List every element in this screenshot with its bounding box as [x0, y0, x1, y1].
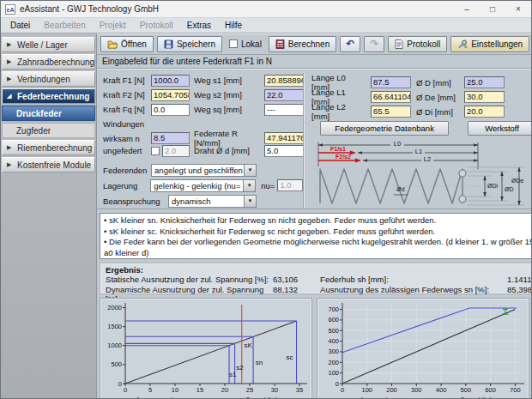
- svg-text:1500: 1500: [107, 323, 122, 330]
- menu-hilfe[interactable]: Hilfe: [219, 20, 248, 31]
- app-icon: eA: [5, 4, 15, 15]
- report-document-icon: [395, 39, 403, 49]
- laenge-l2-field[interactable]: 65.5: [371, 106, 411, 118]
- collapsed-arrow-icon: ▶: [7, 76, 14, 82]
- module-sidebar: ▶ Welle / Lager ▶ Zahnradberechnung ▶ Ve…: [1, 33, 97, 399]
- federgeometrie-datenbank-button[interactable]: Federgeometrie Datenbank: [320, 121, 449, 136]
- svg-text:sK: sK: [245, 342, 253, 349]
- kraft-fq-field[interactable]: 0.0: [151, 104, 190, 116]
- federrate-field[interactable]: 47.941176: [264, 132, 304, 144]
- svg-text:15: 15: [196, 386, 203, 394]
- toolbar: Öffnen Speichern Lokal Berechnen ↶: [97, 33, 532, 55]
- undo-button[interactable]: ↶: [340, 36, 360, 52]
- ungefedert-label: ungefedert: [103, 146, 147, 155]
- diagram-area: 051015202530350500100015002000s1s2sKsnsc…: [97, 294, 532, 399]
- weg-sq-field[interactable]: ---: [264, 104, 304, 116]
- results-title: Ergebnis:: [106, 265, 532, 275]
- beanspruchung-select[interactable]: dynamisch ▼: [168, 195, 257, 208]
- svg-text:300: 300: [411, 386, 422, 394]
- wirksam-n-label: wirksam n: [103, 134, 147, 143]
- lokal-option: Lokal: [226, 39, 265, 49]
- maximize-button[interactable]: □: [480, 1, 505, 18]
- protokoll-button[interactable]: Protokoll: [388, 36, 447, 52]
- durchmesser-d-field[interactable]: 25.0: [464, 76, 505, 88]
- sidebar-item-riemenberechnung[interactable]: ▶ Riemenberechnung: [2, 140, 95, 155]
- kraft-weg-chart[interactable]: 051015202530350500100015002000s1s2sKsnsc…: [100, 298, 312, 399]
- svg-text:200: 200: [386, 386, 397, 394]
- weg-s2-label: Weg s2 [mm]: [194, 90, 260, 100]
- warning-line: Die Feder kann bei der vorliegenden Geom…: [104, 237, 532, 258]
- menu-protokoll: Protokoll: [134, 20, 179, 31]
- kraft-f2-field[interactable]: 1054.70588: [151, 89, 190, 101]
- sidebar-item-zugfeder[interactable]: Zugfeder: [2, 123, 95, 138]
- svg-text:F2/s2: F2/s2: [336, 154, 351, 160]
- weg-sq-label: Weg sq [mm]: [194, 105, 260, 114]
- draht-d-field[interactable]: 5.0: [264, 145, 304, 157]
- calculate-button[interactable]: Berechnen: [269, 36, 336, 52]
- ungefedert-field[interactable]: 2.0: [162, 145, 190, 157]
- durchmesser-di-field[interactable]: 20.0: [464, 106, 505, 118]
- weg-s2-field[interactable]: 22.0: [264, 89, 304, 101]
- svg-text:700: 700: [510, 386, 521, 394]
- kraft-weg-plot[interactable]: 051015202530350500100015002000s1s2sKsnsc: [102, 300, 310, 396]
- menu-bearbeiten: Bearbeiten: [38, 20, 91, 31]
- lokal-checkbox[interactable]: [229, 39, 238, 48]
- weg-s1-label: Weg s1 [mm]: [194, 76, 260, 85]
- goodman-chart[interactable]: 0100200300400500600700010020030040050060…: [317, 298, 529, 399]
- svg-text:500: 500: [461, 386, 472, 394]
- menu-datei[interactable]: Datei: [4, 20, 36, 31]
- goodman-plot[interactable]: 0100200300400500600700010020030040050060…: [319, 300, 527, 396]
- redo-button[interactable]: ↷: [364, 36, 384, 52]
- kraft-f1-field[interactable]: 1000.0: [151, 75, 190, 87]
- federrate-label: Federrate R [N/mm]: [194, 129, 260, 148]
- sidebar-item-federberechnung[interactable]: ◢ Federberechnung: [2, 88, 95, 104]
- minimize-button[interactable]: –: [454, 1, 480, 18]
- weg-s1-field[interactable]: 20.858896: [264, 75, 304, 87]
- werkstoff-button[interactable]: Werkstoff: [468, 121, 532, 136]
- laenge-l1-field[interactable]: 66.641104: [371, 91, 411, 103]
- chevron-down-icon: ▼: [244, 195, 257, 208]
- svg-text:ØDi: ØDi: [487, 183, 499, 189]
- svg-text:0: 0: [118, 380, 122, 388]
- lagerung-select[interactable]: gelenkig - gelenkig (nu= 1) ▼: [150, 179, 256, 192]
- svg-text:ØD: ØD: [505, 186, 514, 192]
- ungefedert-checkbox[interactable]: [151, 147, 160, 155]
- wirksam-n-field[interactable]: 8.5: [151, 132, 190, 144]
- menu-extras[interactable]: Extras: [181, 20, 217, 31]
- svg-text:20: 20: [221, 386, 228, 394]
- svg-text:L0: L0: [394, 140, 401, 148]
- svg-text:25: 25: [246, 386, 253, 394]
- sidebar-item-druckfeder[interactable]: Druckfeder: [2, 106, 95, 121]
- kraft-fq-label: Kraft Fq [N]: [103, 105, 147, 114]
- warning-line: sK kleiner sc. Knicksicherheit für Feder…: [104, 227, 532, 238]
- nu-field[interactable]: 1.0: [277, 179, 303, 191]
- laenge-l0-field[interactable]: 87.5: [371, 76, 411, 88]
- sidebar-item-kostenfreie-module[interactable]: ▶ Kostenfreie Module: [2, 157, 95, 172]
- sidebar-item-welle-lager[interactable]: ▶ Welle / Lager: [2, 37, 95, 52]
- durchmesser-de-field[interactable]: 30.0: [464, 91, 505, 103]
- laenge-l2-label: Länge L2 [mm]: [311, 102, 366, 121]
- save-button[interactable]: Speichern: [157, 36, 222, 52]
- window-title: eAssistant - GWJ Technology GmbH: [20, 4, 454, 14]
- menu-bar: Datei Bearbeiten Projekt Protokoll Extra…: [1, 18, 531, 33]
- expanded-arrow-icon: ◢: [7, 93, 14, 100]
- chevron-down-icon: ▼: [244, 164, 257, 177]
- federenden-select[interactable]: angelegt und geschliffen ▼: [151, 164, 257, 177]
- beanspruchung-label: Beanspruchung: [103, 196, 168, 206]
- spring-dimension-diagram: L0 F1/s1 L1 F2/s2: [311, 138, 528, 212]
- close-button[interactable]: ×: [505, 1, 531, 18]
- menu-projekt: Projekt: [94, 20, 132, 31]
- app-window: eA eAssistant - GWJ Technology GmbH – □ …: [0, 0, 532, 399]
- input-hint-line: Eingabefeld für die untere Federkraft F1…: [97, 55, 532, 69]
- svg-text:600: 600: [485, 386, 496, 394]
- svg-text:500: 500: [329, 327, 340, 335]
- draht-d-label: Draht Ø d [mm]: [194, 146, 260, 155]
- sidebar-item-zahnradberechnung[interactable]: ▶ Zahnradberechnung: [2, 54, 95, 70]
- collapsed-arrow-icon: ▶: [7, 144, 14, 151]
- warning-line: sK kleiner sn. Knicksicherheit für Feder…: [104, 215, 532, 227]
- settings-button[interactable]: Einstellungen: [450, 36, 529, 52]
- sidebar-item-verbindungen[interactable]: ▶ Verbindungen: [2, 71, 95, 87]
- svg-text:300: 300: [329, 348, 340, 355]
- open-button[interactable]: Öffnen: [100, 36, 154, 52]
- svg-text:10: 10: [172, 386, 178, 394]
